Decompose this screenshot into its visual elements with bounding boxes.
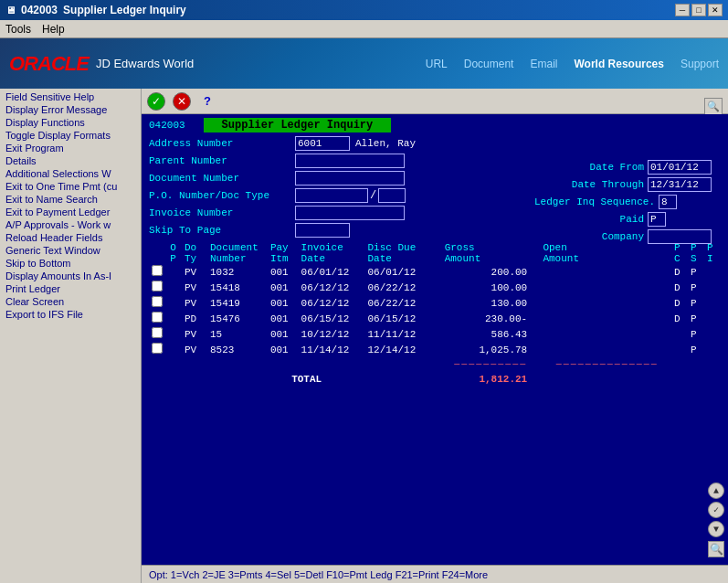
sidebar-item-ap-approvals[interactable]: A/P Approvals - Work w (0, 218, 141, 231)
sidebar-item-toggle-display-formats[interactable]: Toggle Display Formats (0, 129, 141, 142)
sidebar-item-reload-header-fields[interactable]: Reload Header Fields (0, 231, 141, 244)
ledger-inq-input[interactable] (659, 195, 677, 209)
nav-support[interactable]: Support (681, 58, 719, 70)
menu-tools[interactable]: Tools (5, 23, 31, 36)
nav-document[interactable]: Document (464, 58, 514, 70)
doc-type-input[interactable] (378, 188, 406, 203)
jde-text: JD Edwards World (96, 57, 194, 70)
col-inv: Invoice (299, 242, 365, 253)
ledger-table: O Do Document Pay Invoice Disc Due Gross… (149, 242, 721, 387)
skip-to-page-label: Skip To Page (149, 225, 295, 236)
address-name-value: Allen, Ray (355, 138, 416, 149)
sidebar-item-exit-program[interactable]: Exit Program (0, 142, 141, 154)
sidebar-item-generic-text-window[interactable]: Generic Text Window (0, 244, 141, 257)
col-p: P (167, 253, 182, 264)
document-number-label: Document Number (149, 173, 295, 184)
sidebar-item-additional-selections[interactable]: Additional Selections W (0, 167, 141, 180)
col-date2: Date (365, 253, 432, 264)
minimize-button[interactable]: ─ (675, 4, 690, 16)
sidebar-item-display-amounts[interactable]: Display Amounts In As-I (0, 270, 141, 282)
company-row: Company (534, 228, 712, 245)
col-o: O (167, 242, 182, 253)
col-doc: Document (207, 242, 268, 253)
sidebar-item-exit-name-search[interactable]: Exit to Name Search (0, 193, 141, 206)
form-title: Supplier Ledger Inquiry (204, 118, 392, 132)
sidebar-item-exit-one-time-pmt[interactable]: Exit to One Time Pmt (cu (0, 180, 141, 193)
row-checkbox[interactable] (152, 265, 163, 276)
date-through-row: Date Through (534, 176, 712, 193)
address-number-label: Address Number (149, 138, 295, 149)
company-input[interactable] (648, 229, 712, 244)
ledger-inq-row: Ledger Inq Sequence. (534, 194, 712, 210)
skip-to-page-input[interactable] (295, 223, 350, 238)
date-from-row: Date From (534, 159, 712, 175)
oracle-text: ORACLE (9, 52, 89, 76)
slash-separator: / (370, 189, 376, 202)
date-from-input[interactable] (648, 160, 712, 175)
program-number: 042003 (149, 120, 185, 131)
paid-row: Paid (534, 211, 712, 228)
sidebar-item-print-ledger[interactable]: Print Ledger (0, 282, 141, 295)
row-checkbox[interactable] (152, 343, 163, 354)
right-fields: Date From Date Through Ledger Inq Sequen… (534, 159, 712, 246)
app-title: Supplier Ledger Inquiry (63, 4, 186, 16)
col-number: Number (207, 253, 268, 264)
sidebar-item-skip-to-bottom[interactable]: Skip to Bottom (0, 257, 141, 270)
address-number-row: Address Number Allen, Ray (149, 135, 721, 152)
scroll-check-button[interactable]: ✓ (708, 502, 724, 518)
col-c: C (671, 253, 688, 264)
sidebar-item-details[interactable]: Details (0, 154, 141, 167)
nav-url[interactable]: URL (426, 58, 448, 70)
parent-number-label: Parent Number (149, 155, 295, 166)
po-number-input[interactable] (295, 188, 368, 203)
invoice-number-input[interactable] (295, 206, 405, 220)
main-container: Field Sensitive Help Display Error Messa… (0, 89, 728, 583)
search-icon-bottom[interactable]: 🔍 (708, 541, 724, 557)
scroll-up-button[interactable]: ▲ (708, 482, 724, 499)
col-s: S (688, 253, 704, 264)
col-itm: Itm (268, 253, 299, 264)
document-number-input[interactable] (295, 171, 405, 186)
row-checkbox[interactable] (152, 281, 163, 292)
row-checkbox[interactable] (152, 327, 163, 338)
sidebar-item-exit-payment-ledger[interactable]: Exit to Payment Ledger (0, 206, 141, 218)
row-checkbox[interactable] (152, 296, 163, 307)
col-disc: Disc Due (365, 242, 432, 253)
col-amount: Amount (442, 253, 531, 264)
app-icon: 🖥 (5, 5, 16, 16)
separator-row: ────────── ────────────── (149, 357, 721, 372)
table-row: PD1547600106/15/1206/15/12 230.00- DP (149, 311, 721, 326)
nav-world-resources[interactable]: World Resources (574, 58, 663, 70)
nav-email[interactable]: Email (530, 58, 557, 70)
col-pay: Pay (268, 242, 299, 253)
oracle-header: ORACLE JD Edwards World URL Document Ema… (0, 38, 728, 89)
table-row: PV1541900106/12/1206/22/12 130.00 DP (149, 295, 721, 311)
company-label: Company (534, 231, 644, 242)
oracle-logo: ORACLE JD Edwards World (9, 52, 194, 76)
maximize-button[interactable]: □ (691, 4, 706, 16)
search-icon-top[interactable]: 🔍 (704, 98, 723, 116)
confirm-button[interactable]: ✓ (147, 92, 165, 111)
scroll-down-button[interactable]: ▼ (708, 521, 724, 537)
col-do: Do (182, 242, 207, 253)
table-header-row2: P Ty Number Itm Date Date Amount Amount … (149, 253, 721, 264)
sidebar-item-display-error-message[interactable]: Display Error Message (0, 103, 141, 116)
parent-number-input[interactable] (295, 154, 405, 168)
sidebar-item-field-sensitive-help[interactable]: Field Sensitive Help (0, 90, 141, 103)
total-row: TOTAL 1,812.21 (149, 372, 721, 387)
help-button[interactable]: ? (198, 92, 216, 111)
sidebar-item-export-ifs[interactable]: Export to IFS File (0, 308, 141, 321)
menu-help[interactable]: Help (42, 23, 65, 36)
title-bar-left: 🖥 042003 Supplier Ledger Inquiry (5, 4, 186, 16)
sidebar-item-clear-screen[interactable]: Clear Screen (0, 295, 141, 308)
paid-input[interactable] (648, 212, 666, 227)
cancel-button[interactable]: ✕ (173, 92, 191, 111)
sidebar: Field Sensitive Help Display Error Messa… (0, 89, 142, 583)
row-checkbox[interactable] (152, 312, 163, 323)
date-through-input[interactable] (648, 177, 712, 192)
sidebar-item-display-functions[interactable]: Display Functions (0, 116, 141, 129)
status-bar: Opt: 1=Vch 2=JE 3=Pmts 4=Sel 5=Detl F10=… (142, 565, 728, 583)
address-number-input[interactable] (295, 136, 350, 151)
scroll-controls: ▲ ✓ ▼ (708, 482, 724, 537)
close-button[interactable]: ✕ (708, 4, 723, 16)
